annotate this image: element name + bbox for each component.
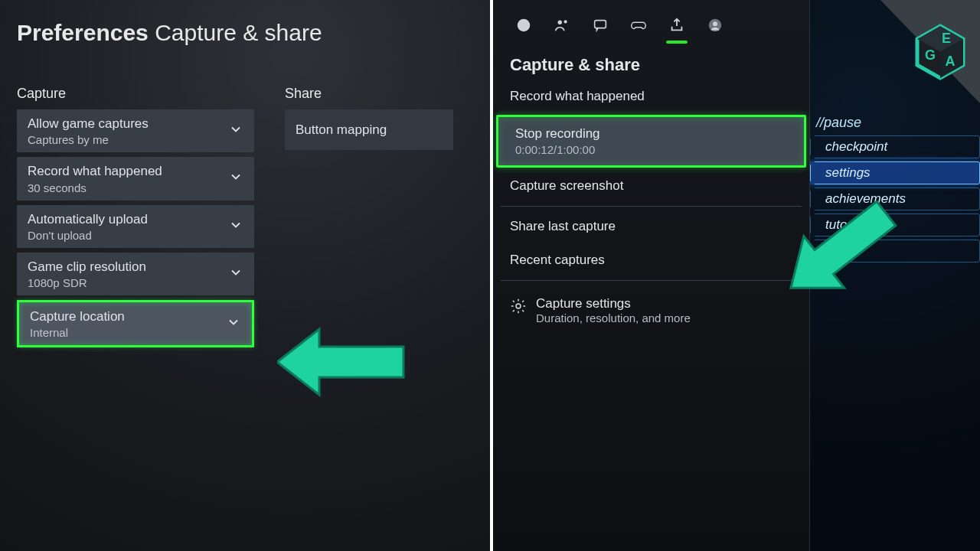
svg-text:A: A bbox=[946, 54, 956, 69]
channel-badge: E G A bbox=[835, 0, 980, 145]
svg-point-1 bbox=[558, 21, 563, 24]
menu-settings[interactable]: settings bbox=[810, 161, 980, 184]
preferences-panel: Preferences Capture & share Capture Allo… bbox=[0, 0, 490, 551]
separator bbox=[501, 280, 802, 281]
guide-recent-captures[interactable]: Recent captures bbox=[493, 243, 809, 277]
record-what-happened-dropdown[interactable]: Record what happened 30 seconds bbox=[17, 157, 254, 200]
svg-rect-3 bbox=[595, 21, 606, 28]
button-mapping-item[interactable]: Button mapping bbox=[285, 109, 453, 150]
svg-marker-7 bbox=[277, 329, 403, 395]
tab-xbox-icon[interactable] bbox=[507, 13, 541, 37]
gear-icon bbox=[510, 296, 527, 318]
guide-capture-settings[interactable]: Capture settings Duration, resolution, a… bbox=[493, 284, 809, 337]
tab-people-icon[interactable] bbox=[545, 13, 579, 37]
page-title: Preferences Capture & share bbox=[17, 20, 473, 46]
chevron-down-icon bbox=[228, 169, 243, 187]
svg-point-2 bbox=[564, 20, 567, 23]
guide-title: Capture & share bbox=[493, 41, 809, 80]
allow-game-captures-dropdown[interactable]: Allow game captures Captures by me bbox=[17, 109, 254, 152]
capture-column: Capture Allow game captures Captures by … bbox=[17, 86, 254, 352]
guide-capture-screenshot[interactable]: Capture screenshot bbox=[493, 169, 809, 203]
svg-marker-8 bbox=[778, 201, 900, 300]
annotation-arrow-left bbox=[277, 320, 407, 404]
guide-stop-recording[interactable]: Stop recording 0:00:12/1:00:00 bbox=[496, 115, 806, 168]
svg-text:E: E bbox=[942, 31, 951, 46]
guide-tabs bbox=[493, 9, 809, 41]
automatically-upload-dropdown[interactable]: Automatically upload Don't upload bbox=[17, 205, 254, 248]
share-column: Share Button mapping bbox=[285, 86, 453, 352]
chevron-down-icon bbox=[228, 217, 243, 236]
svg-point-5 bbox=[713, 21, 717, 26]
svg-point-0 bbox=[518, 19, 531, 32]
guide-share-last-capture[interactable]: Share last capture bbox=[493, 210, 809, 243]
svg-point-6 bbox=[516, 304, 521, 308]
chevron-down-icon bbox=[226, 315, 241, 333]
chevron-down-icon bbox=[228, 122, 243, 140]
svg-text:G: G bbox=[925, 47, 936, 63]
separator bbox=[501, 206, 802, 207]
capture-location-dropdown[interactable]: Capture location Internal bbox=[17, 300, 254, 347]
guide-record-what-happened[interactable]: Record what happened bbox=[493, 80, 809, 113]
tab-profile-icon[interactable] bbox=[698, 13, 732, 37]
share-heading: Share bbox=[285, 86, 453, 102]
annotation-arrow-right bbox=[778, 201, 900, 300]
guide-flyout: Capture & share Record what happened Sto… bbox=[493, 0, 810, 551]
capture-heading: Capture bbox=[17, 86, 254, 102]
tab-games-icon[interactable] bbox=[622, 13, 655, 37]
tab-chat-icon[interactable] bbox=[583, 13, 617, 37]
tab-share-icon[interactable] bbox=[660, 13, 694, 37]
chevron-down-icon bbox=[228, 265, 243, 283]
game-clip-resolution-dropdown[interactable]: Game clip resolution 1080p SDR bbox=[17, 253, 254, 295]
